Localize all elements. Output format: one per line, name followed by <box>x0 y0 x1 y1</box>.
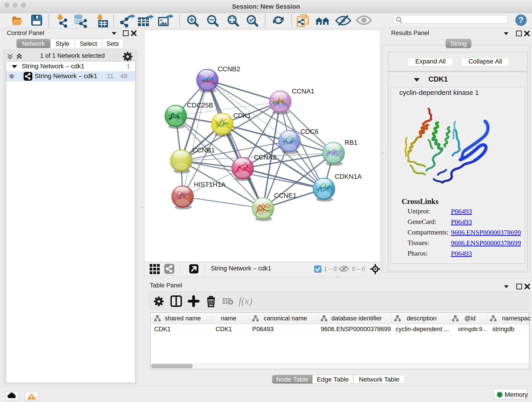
svg-text:CCNA2: CCNA2 <box>254 153 276 161</box>
svg-text:CDC6: CDC6 <box>300 128 318 135</box>
svg-text:CDKN1A: CDKN1A <box>335 173 362 180</box>
svg-text:CCNB1: CCNB1 <box>192 147 215 154</box>
svg-text:CCNE1: CCNE1 <box>274 192 297 199</box>
svg-text:RB1: RB1 <box>345 139 357 146</box>
svg-text:CCNA1: CCNA1 <box>292 88 314 95</box>
svg-text:CDC25B: CDC25B <box>187 102 213 109</box>
svg-text:CCNB2: CCNB2 <box>218 65 240 73</box>
svg-text:?: ? <box>519 15 524 25</box>
svg-text:CDK1: CDK1 <box>233 112 251 119</box>
svg-text:HIST1H1A: HIST1H1A <box>194 181 226 188</box>
svg-text:f(x): f(x) <box>239 295 253 307</box>
